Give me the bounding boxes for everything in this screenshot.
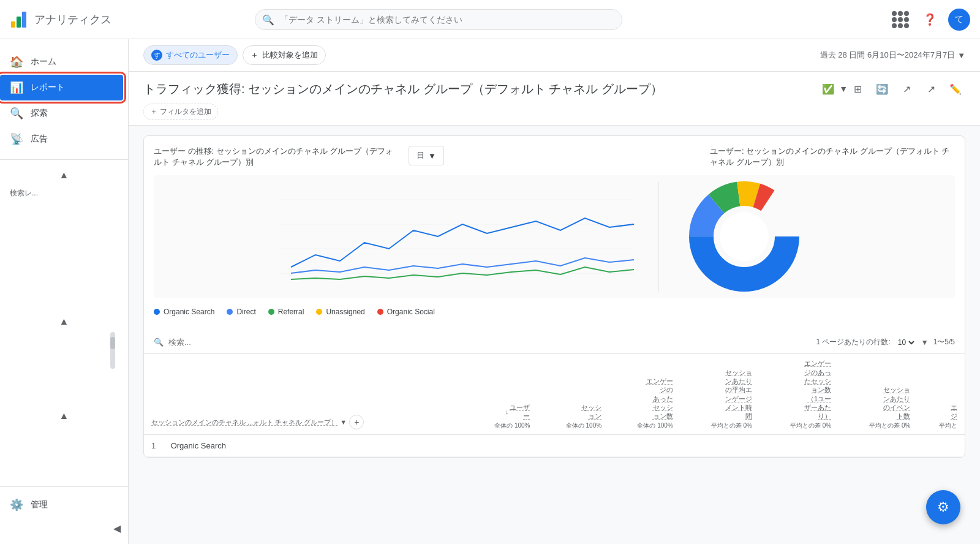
collapse-button-1[interactable]: ▲ (57, 167, 72, 183)
col-events-per-session-sub: 平均との差 0% (869, 421, 910, 429)
legend-item-referral[interactable]: Referral (268, 308, 304, 316)
sidebar-item-reports-label: レポート (31, 82, 65, 93)
col-avg-engagement-label: セッションあたりの平均エンゲージメント時間 (725, 368, 752, 421)
sidebar-item-reports[interactable]: 📊 レポート (0, 75, 123, 100)
chart-card: ユーザー の推移: セッションのメインのチャネル グループ（デフォルト チャネル… (143, 135, 965, 458)
date-range-chevron: ▼ (957, 51, 965, 60)
col-header-users: ↓ ユーザー 全体の 100% (466, 354, 538, 435)
chart-right-title: ユーザー: セッションのメインのチャネル グループ（デフォルト チャネル グルー… (710, 146, 955, 168)
sidebar-collapse-button[interactable]: ◀ (111, 520, 123, 537)
pagination-info: 1 ページあたりの行数: 10 25 50 ▼ 1〜5/5 (816, 337, 955, 347)
col-header-engaged-per-user: エンゲージのあったセッション数（1ユーザーあたり） 平均との差 0% (760, 354, 839, 435)
chart-dropdown[interactable]: 日 ▼ (409, 146, 444, 165)
compare-label: 比較対象を追加 (262, 50, 318, 61)
search-bar[interactable]: 🔍 (255, 9, 622, 30)
table-section: 🔍 1 ページあたりの行数: 10 25 50 ▼ (144, 331, 965, 457)
col-name-label: セッションのメインのチャネル ...ォルト チャネル グループ） (151, 418, 337, 426)
compare-icon: ＋ (251, 50, 258, 61)
help-button[interactable]: ❓ (919, 9, 941, 31)
scrollbar-thumb[interactable] (110, 337, 115, 349)
col-users-label: ユーザー (510, 403, 530, 421)
collapse-button-2[interactable]: ▲ (57, 314, 72, 330)
col-events-per-session-label: セッションあたりのイベント数 (883, 385, 910, 420)
ads-icon: 📡 (10, 132, 23, 146)
date-range[interactable]: 過去 28 日間 6月10日〜2024年7月7日 ▼ (820, 50, 965, 61)
app-title: アナリティクス (34, 12, 111, 27)
table-search-input[interactable] (168, 338, 352, 347)
share-button[interactable]: ↗ (897, 79, 916, 99)
row-1-number: 1 (151, 441, 164, 450)
logo-icon (10, 10, 28, 29)
sidebar-sub-section: ▲ 検索レ... ▲ ▲ (0, 159, 128, 431)
legend-item-organic-search[interactable]: Organic Search (154, 308, 214, 316)
legend-dot-referral (268, 309, 274, 315)
legend-item-organic-social[interactable]: Organic Social (377, 308, 435, 316)
all-users-label: すべてのユーザー (166, 50, 230, 61)
per-page-select[interactable]: 10 25 50 (895, 338, 916, 347)
chart-left-title: ユーザー の推移: セッションのメインのチャネル グループ（デフォルト チャネル… (154, 146, 399, 168)
table-search-container: 🔍 (154, 338, 816, 347)
content-area: す すべてのユーザー ＋ 比較対象を追加 過去 28 日間 6月10日〜2024… (129, 39, 980, 544)
sidebar-item-admin[interactable]: ⚙️ 管理 (0, 492, 123, 518)
filter-add-button[interactable]: ＋ フィルタを追加 (143, 104, 218, 120)
chart-header: ユーザー の推移: セッションのメインのチャネル グループ（デフォルト チャネル… (154, 146, 955, 168)
chart-legend: Organic Search Direct Referral (154, 303, 955, 321)
settings-button[interactable]: 🔄 (872, 79, 892, 99)
user-icon: す (151, 50, 162, 61)
title-dropdown-button[interactable]: ▼ (839, 84, 848, 94)
main-content: ユーザー の推移: セッションのメインのチャネル グループ（デフォルト チャネル… (129, 126, 980, 544)
legend-dot-direct (227, 309, 233, 315)
report-actions: ⊞ 🔄 ↗ ↗ ✏️ (848, 79, 965, 99)
legend-label-direct: Direct (236, 308, 255, 316)
compare-view-button[interactable]: ⊞ (848, 79, 867, 99)
col-extra-sub: 平均と (939, 421, 957, 429)
col-name-dropdown[interactable]: ▼ (340, 418, 347, 426)
col-users-sub: 全体の 100% (494, 421, 530, 429)
sidebar-item-explore-label: 探索 (31, 108, 48, 119)
sidebar-item-explore[interactable]: 🔍 探索 (0, 100, 123, 126)
bookmark-button[interactable]: ↗ (921, 79, 941, 99)
all-users-chip[interactable]: す すべてのユーザー (143, 45, 238, 65)
col-sessions-label: セッション (581, 403, 601, 421)
col-header-name: セッションのメインのチャネル ...ォルト チャネル グループ） ▼ + (144, 354, 466, 435)
legend-label-referral: Referral (278, 308, 304, 316)
grid-menu-button[interactable] (889, 9, 911, 31)
table-row: 1 Organic Search (144, 435, 965, 457)
avatar[interactable]: て (948, 9, 970, 31)
sidebar-bottom: ⚙️ 管理 ◀ (0, 486, 128, 539)
col-engaged-per-user-label: エンゲージのあったセッション数（1ユーザーあたり） (804, 359, 831, 420)
fab-button[interactable]: ⚙ (926, 490, 960, 524)
col-extra-label: エジ (951, 403, 957, 421)
col-avg-engagement-sub: 平均との差 0% (711, 421, 752, 429)
svg-rect-0 (11, 21, 15, 28)
edit-button[interactable]: ✏️ (946, 79, 965, 99)
legend-item-unassigned[interactable]: Unassigned (316, 308, 364, 316)
add-column-button[interactable]: + (349, 415, 364, 429)
chart-section: ユーザー の推移: セッションのメインのチャネル グループ（デフォルト チャネル… (144, 136, 965, 331)
sidebar-item-ads[interactable]: 📡 広告 (0, 126, 123, 152)
col-engaged-sessions-sub: 全体の 100% (637, 421, 673, 429)
row-1-extra (918, 435, 965, 457)
filter-add-label: フィルタを追加 (160, 107, 211, 117)
compare-chip[interactable]: ＋ 比較対象を追加 (243, 45, 326, 65)
search-input[interactable] (255, 9, 622, 30)
logo-area: アナリティクス (10, 10, 111, 29)
per-page-label: 1 ページあたりの行数: (816, 337, 890, 347)
legend-label-organic: Organic Search (164, 308, 214, 316)
table-search-icon: 🔍 (154, 338, 164, 347)
chart-svg (154, 175, 955, 298)
svg-rect-2 (22, 12, 26, 28)
row-1-name: 1 Organic Search (144, 435, 466, 457)
grid-icon (892, 11, 909, 28)
sidebar-item-home[interactable]: 🏠 ホーム (0, 49, 123, 75)
report-title: トラフィック獲得: セッションのメインのチャネル グループ（デフォルト チャネル… (143, 81, 817, 97)
legend-dot-organic-social (377, 309, 383, 315)
row-1-users (466, 435, 538, 457)
col-engaged-sessions-label: エンゲージのあったセッション数 (646, 377, 673, 420)
legend-item-direct[interactable]: Direct (227, 308, 255, 316)
collapse-button-3[interactable]: ▲ (57, 408, 72, 424)
fab-icon: ⚙ (937, 499, 949, 515)
col-sessions-sub: 全体の 100% (566, 421, 601, 429)
explore-icon: 🔍 (10, 107, 23, 120)
legend-label-unassigned: Unassigned (326, 308, 364, 316)
